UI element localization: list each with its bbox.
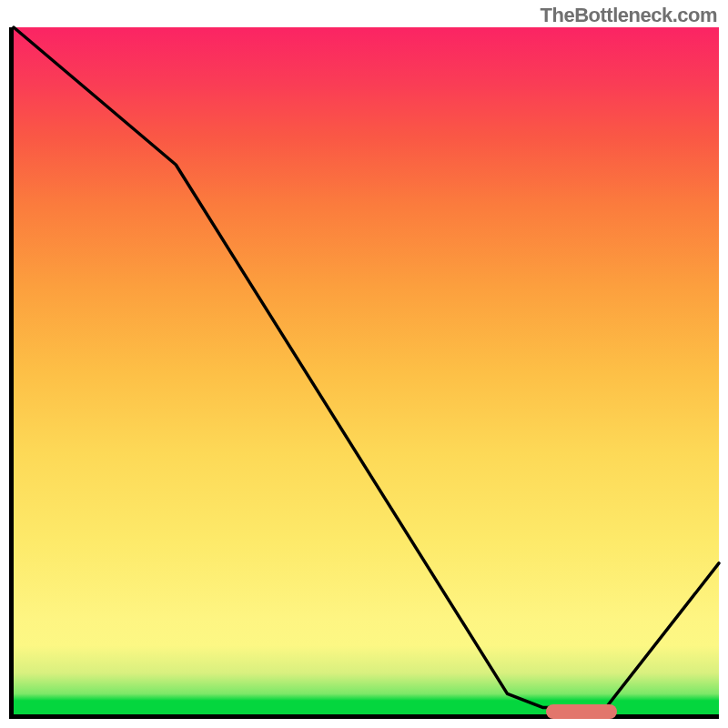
- bottleneck-curve-svg: [14, 27, 719, 714]
- optimal-range-marker: [546, 704, 617, 719]
- bottleneck-curve-path: [14, 27, 719, 707]
- chart-frame: [9, 27, 719, 719]
- watermark-text: TheBottleneck.com: [541, 4, 717, 27]
